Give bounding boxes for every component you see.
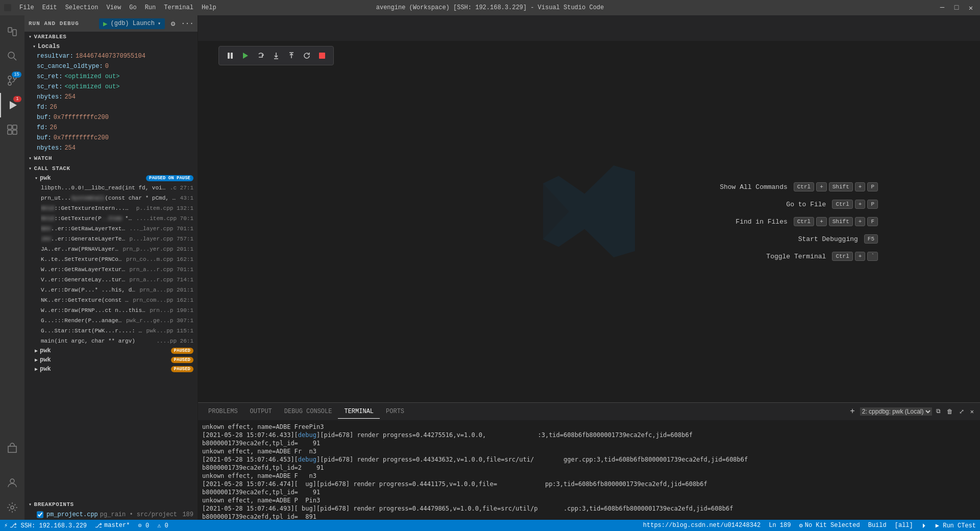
sidebar: RUN AND DEBUG ▶ (gdb) Launch ▾ ⚙ ··· ▾ V… xyxy=(24,15,198,520)
variables-header[interactable]: ▾ VARIABLES xyxy=(24,32,198,42)
activity-source-control[interactable]: 15 xyxy=(0,68,24,93)
panel-split-button[interactable]: ⧉ xyxy=(934,408,943,415)
start-debug-label: Start Debugging xyxy=(798,235,858,243)
svg-point-4 xyxy=(8,76,11,79)
cmd-toggle-terminal: Toggle Terminal Ctrl + ` xyxy=(766,252,878,261)
var-nbytes-2: nbytes: 254 xyxy=(24,143,198,153)
cs-frame-11[interactable]: NK..er::GetTexture(const ...this, double… xyxy=(24,295,198,305)
debug-step-over-btn[interactable] xyxy=(254,49,268,63)
editor-top-bar xyxy=(198,15,980,41)
debug-config-select[interactable]: ▶ (gdb) Launch ▾ xyxy=(99,18,165,29)
debug-step-out-btn[interactable] xyxy=(284,49,299,63)
cs-frame-0[interactable]: libpth...0.0!__libc_read(int fd, void * … xyxy=(24,183,198,193)
callstack-group-pwk2[interactable]: ▶ pwk PAUSED xyxy=(24,346,198,355)
terminal-selector[interactable]: 2: cppdbg: pwk (Local) xyxy=(860,407,932,416)
minimize-button[interactable]: ─ xyxy=(937,4,947,12)
cs-frame-9[interactable]: V..er::GenerateLay...ture(... ...ble...)… xyxy=(24,275,198,285)
activity-settings[interactable] xyxy=(0,495,24,520)
error-count[interactable]: ⊙ 0 xyxy=(134,520,153,531)
terminal-content[interactable]: unkown effect, name=ADBE FreePin3 [2021-… xyxy=(198,421,980,520)
panel-maximize-button[interactable]: ⤢ xyxy=(957,408,966,416)
locals-group[interactable]: ▾ Locals xyxy=(24,42,198,51)
debug-settings-button[interactable]: ⚙ xyxy=(167,17,179,30)
activity-notifications[interactable] xyxy=(0,436,24,461)
menu-run[interactable]: Run xyxy=(145,4,156,11)
cs-frame-6[interactable]: JA..er..raw(PRNAVLayer * c...us, double … xyxy=(24,244,198,254)
breakpoint-path: pg_rain • src/project xyxy=(100,510,177,519)
activity-explorer[interactable] xyxy=(0,19,24,44)
menu-terminal[interactable]: Terminal xyxy=(164,4,193,11)
menu-bar[interactable]: File Edit Selection View Go Run Terminal… xyxy=(19,4,216,11)
menu-edit[interactable]: Edit xyxy=(42,4,57,11)
cs-frame-15[interactable]: main(int argc, char ** argv) ....pp 26:1 xyxy=(24,336,198,346)
cs-frame-7[interactable]: K..te..SetTexture(PRNCo...m * const th..… xyxy=(24,254,198,264)
run-ctest-btn[interactable]: ▶ Run CTest xyxy=(932,522,980,529)
debug-toolbar: RUN AND DEBUG ▶ (gdb) Launch ▾ ⚙ ··· xyxy=(24,15,198,32)
tab-debug-console[interactable]: DEBUG CONSOLE xyxy=(278,405,338,418)
callstack-group-pwk3[interactable]: ▶ pwk PAUSED xyxy=(24,355,198,365)
svg-line-3 xyxy=(14,58,16,60)
cmake-target[interactable]: [all] xyxy=(891,522,917,529)
var-sc-ret-1: sc_ret: <optimized out> xyxy=(24,71,198,82)
menu-go[interactable]: Go xyxy=(129,4,136,11)
status-bar: ⚡ ⎇ SSH: 192.168.3.229 ⎇ master* ⊙ 0 ⚠ 0… xyxy=(0,520,980,531)
watch-header[interactable]: ▾ WATCH xyxy=(24,153,198,163)
cs-frame-14[interactable]: G...Star::Start(PWK...r....: this, std::… xyxy=(24,326,198,336)
tab-problems[interactable]: PROBLEMS xyxy=(202,405,244,418)
breakpoints-header[interactable]: ▾ BREAKPOINTS xyxy=(24,499,198,510)
svg-rect-9 xyxy=(13,125,17,129)
debug-pause-btn[interactable] xyxy=(223,49,237,63)
ssh-status[interactable]: ⚡ ⎇ SSH: 192.168.3.229 xyxy=(0,520,91,531)
activity-search[interactable] xyxy=(0,44,24,68)
cs-frame-10[interactable]: V..er::Draw(P...* ...his, double time, P… xyxy=(24,285,198,295)
activity-extensions[interactable] xyxy=(0,117,24,142)
callstack-header[interactable]: ▾ CALL STACK xyxy=(24,163,198,174)
breakpoint-checkbox[interactable] xyxy=(37,510,43,519)
panel-close-button[interactable]: ✕ xyxy=(968,408,976,416)
var-buf-2: buf: 0x7ffffffffc200 xyxy=(24,133,198,143)
tab-output[interactable]: OUTPUT xyxy=(244,405,278,418)
debug-continue-btn[interactable] xyxy=(238,49,253,63)
menu-selection[interactable]: Selection xyxy=(65,4,99,11)
cs-frame-12[interactable]: W..er::Draw(PRNP...ct n...this, PRNRende… xyxy=(24,305,198,316)
cs-frame-3[interactable]: NVid::GetTexture(P..Item * const this, d… xyxy=(24,213,198,224)
git-branch[interactable]: ⎇ master* xyxy=(91,520,134,531)
debug-more-button[interactable]: ··· xyxy=(181,17,193,30)
maximize-button[interactable]: □ xyxy=(951,4,962,12)
warning-count[interactable]: ⚠ 0 xyxy=(153,520,173,531)
cs-frame-5[interactable]: JAV..er::GenerateLayerTexture(PR...er * … xyxy=(24,234,198,244)
cmake-kit[interactable]: ⚙ No Kit Selected xyxy=(795,522,864,529)
callstack-group-pwk4[interactable]: ▶ pwk PAUSED xyxy=(24,365,198,374)
menu-help[interactable]: Help xyxy=(202,4,216,11)
tab-terminal[interactable]: TERMINAL xyxy=(338,405,380,419)
cmake-build[interactable]: Build xyxy=(864,522,891,529)
breakpoint-item[interactable]: pm_project.cpp pg_rain • src/project 189 xyxy=(24,510,198,520)
cmake-debug-btn[interactable]: ⏵ xyxy=(917,522,932,529)
menu-view[interactable]: View xyxy=(106,4,121,11)
status-url[interactable]: https://blog.csdn.net/u014248342 xyxy=(639,522,765,529)
panel-trash-button[interactable]: 🗑 xyxy=(945,408,955,416)
debug-step-into-btn[interactable] xyxy=(269,49,283,63)
vscode-logo xyxy=(538,160,640,262)
callstack-content: ▾ pwk PAUSED ON PAUSE libpth...0.0!__lib… xyxy=(24,174,198,499)
callstack-group-pwk1[interactable]: ▾ pwk PAUSED ON PAUSE xyxy=(24,174,198,183)
paused-badge-2: PAUSED xyxy=(171,348,193,354)
svg-rect-14 xyxy=(228,53,230,59)
cs-frame-4[interactable]: NAV..er::GetRawLayerTexture(...* const t… xyxy=(24,224,198,234)
status-right: https://blog.csdn.net/u014248342 Ln 189 … xyxy=(639,522,980,529)
tab-ports[interactable]: PORTS xyxy=(380,405,410,418)
activity-account[interactable] xyxy=(0,471,24,495)
cs-frame-2[interactable]: NVid::GetTextureIntern...Item * const th… xyxy=(24,203,198,213)
panel-add-button[interactable]: + xyxy=(847,407,858,416)
close-button[interactable]: ✕ xyxy=(966,4,976,12)
cs-frame-1[interactable]: prn_ut...SystemCall(const char * pCmd, c… xyxy=(24,193,198,203)
debug-restart-btn[interactable] xyxy=(300,49,314,63)
activity-debug[interactable]: 1 xyxy=(0,93,24,117)
window-controls[interactable]: ─ □ ✕ xyxy=(937,4,976,12)
cs-frame-13[interactable]: G...:::Render(P...anager...c...this, PRN… xyxy=(24,316,198,326)
cmd-show-all: Show All Commands Ctrl + Shift + P xyxy=(720,182,878,191)
cs-frame-8[interactable]: W..er::GetRawLayerTexture(P...Layer...c … xyxy=(24,264,198,275)
menu-file[interactable]: File xyxy=(19,4,34,11)
debug-stop-btn[interactable] xyxy=(315,49,329,63)
status-line-col[interactable]: Ln 189 xyxy=(765,522,795,529)
